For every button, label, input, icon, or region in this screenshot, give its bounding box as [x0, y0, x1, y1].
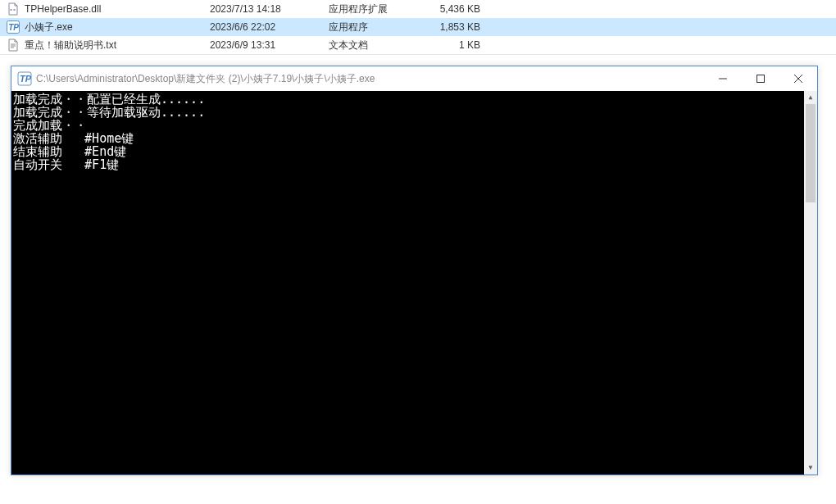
window-controls	[704, 66, 817, 91]
console-body[interactable]: 加载完成・・配置已经生成......加载完成・・等待加载驱动......完成加载…	[11, 91, 817, 474]
console-line: 完成加载・・	[13, 119, 817, 132]
file-date: 2023/7/13 14:18	[210, 3, 329, 15]
file-type: 应用程序扩展	[329, 2, 423, 16]
console-line: 结束辅助 #End键	[13, 145, 817, 158]
file-name: 小姨子.exe	[25, 20, 73, 34]
console-window: TP C:\Users\Administrator\Desktop\新建文件夹 …	[11, 66, 818, 475]
titlebar[interactable]: TP C:\Users\Administrator\Desktop\新建文件夹 …	[11, 66, 817, 91]
file-row[interactable]: 重点！辅助说明书.txt2023/6/9 13:31文本文档1 KB	[0, 36, 836, 54]
file-name: 重点！辅助说明书.txt	[25, 39, 116, 52]
file-date: 2023/6/6 22:02	[210, 21, 329, 33]
svg-text:TP: TP	[20, 74, 32, 84]
maximize-button[interactable]	[742, 66, 779, 91]
file-row[interactable]: TP小姨子.exe2023/6/6 22:02应用程序1,853 KB	[0, 18, 836, 36]
scroll-thumb[interactable]	[806, 104, 816, 202]
svg-rect-1	[14, 9, 16, 11]
svg-text:TP: TP	[8, 23, 19, 32]
tp-icon: TP	[7, 20, 20, 34]
file-list: TPHelperBase.dll2023/7/13 14:18应用程序扩展5,4…	[0, 0, 836, 55]
tp-icon: TP	[16, 70, 33, 87]
console-line: 加载完成・・配置已经生成......	[13, 93, 817, 106]
file-type: 应用程序	[329, 20, 423, 34]
file-size: 1 KB	[423, 39, 488, 51]
txt-icon	[7, 39, 20, 52]
svg-rect-10	[757, 75, 765, 83]
console-line: 加载完成・・等待加载驱动......	[13, 106, 817, 119]
console-line: 激活辅助 #Home键	[13, 132, 817, 145]
file-row[interactable]: TPHelperBase.dll2023/7/13 14:18应用程序扩展5,4…	[0, 0, 836, 18]
console-line: 自动开关 #F1键	[13, 158, 817, 171]
minimize-button[interactable]	[704, 66, 742, 91]
scrollbar[interactable]: ▲ ▼	[804, 91, 817, 474]
scroll-down-icon[interactable]: ▼	[804, 461, 817, 474]
scroll-up-icon[interactable]: ▲	[804, 91, 817, 104]
file-date: 2023/6/9 13:31	[210, 39, 329, 51]
dll-icon	[7, 2, 20, 16]
file-size: 1,853 KB	[423, 21, 488, 33]
close-button[interactable]	[779, 66, 817, 91]
window-title: C:\Users\Administrator\Desktop\新建文件夹 (2)…	[36, 72, 704, 86]
svg-rect-0	[11, 9, 12, 11]
file-name: TPHelperBase.dll	[25, 3, 101, 15]
file-size: 5,436 KB	[423, 3, 488, 15]
file-type: 文本文档	[329, 39, 423, 52]
